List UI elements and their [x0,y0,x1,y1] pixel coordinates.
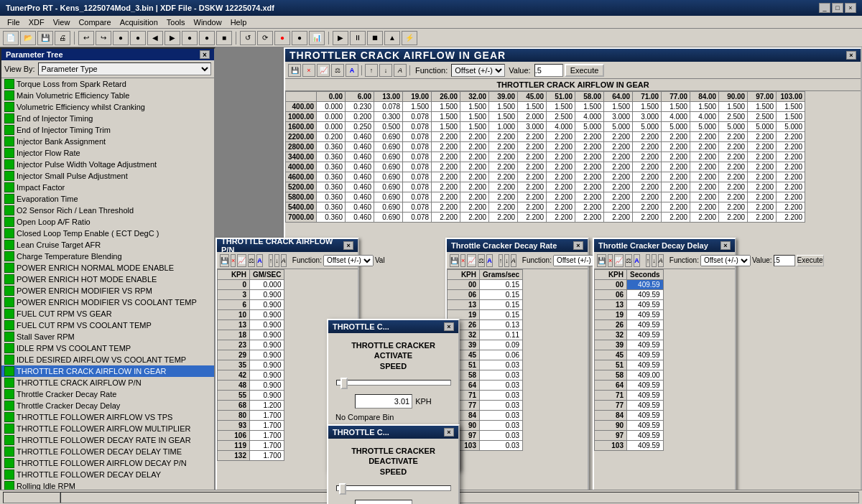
table-cell[interactable]: 1.500 [432,112,460,122]
table-cell[interactable]: 2.200 [460,142,489,152]
dr-row-value[interactable]: 0.15 [480,280,523,290]
dd-row-value[interactable]: 409.59 [627,391,664,401]
table-cell[interactable]: 2.200 [690,132,719,142]
tree-item[interactable]: Throttle Cracker Decay Delay [1,400,214,411]
dd-row-value[interactable]: 409.59 [627,421,664,431]
table-cell[interactable]: 5.000 [575,122,604,132]
tb-btn-6[interactable]: ▶ [164,31,180,45]
tree-item[interactable]: Closed Loop Temp Enable ( ECT DegC ) [1,228,214,239]
title-bar-buttons[interactable]: _ □ × [819,3,856,13]
table-cell[interactable]: 2.200 [748,182,777,192]
table-cell[interactable]: 2.200 [777,152,805,162]
dd-row-value[interactable]: 409.59 [627,401,664,411]
dd-exec-btn[interactable]: Execute [797,255,824,266]
close-button[interactable]: × [845,3,856,13]
dr-save-btn[interactable]: 💾 [450,254,459,267]
tree-item[interactable]: Lean Cruise Target AFR [1,239,214,251]
table-cell[interactable]: 2.200 [719,152,748,162]
table-cell[interactable]: 2.200 [748,213,777,223]
pn-save-btn[interactable]: 💾 [220,254,229,267]
table-row[interactable]: 06409.59 [595,290,664,300]
tree-item[interactable]: POWER ENRICH NORMAL MODE ENABLE [1,262,214,274]
main-up-btn[interactable]: ↑ [365,64,378,77]
table-cell[interactable]: 0.690 [374,182,403,192]
dd-row-value[interactable]: 409.59 [627,290,664,300]
table-cell[interactable]: 2.200 [575,182,604,192]
table-row[interactable]: 64409.59 [595,381,664,391]
dd-row-value[interactable]: 409.59 [627,431,664,441]
table-cell[interactable]: 0.078 [403,162,432,172]
table-cell[interactable]: 2.200 [690,142,719,152]
table-row[interactable]: 5200.000.3600.4600.6900.0782.2002.2002.2… [286,182,805,192]
table-cell[interactable]: 0.200 [346,112,374,122]
dd-func-select[interactable]: Offset (+/-) [700,255,751,266]
pn-row-value[interactable]: 0.900 [250,290,284,300]
table-cell[interactable]: 2.200 [575,162,604,172]
table-cell[interactable]: 2.200 [518,132,547,142]
table-cell[interactable]: 0.460 [346,162,374,172]
dialog2-slider-track[interactable] [336,485,451,491]
table-cell[interactable]: 5.000 [633,122,662,132]
table-row[interactable]: 5400.000.3600.4600.6900.0782.2002.2002.2… [286,202,805,213]
table-cell[interactable]: 2.200 [719,172,748,182]
pn-data-table[interactable]: KPHGM/SEC00.00030.90060.900100.900130.90… [217,269,284,461]
dr-up-btn[interactable]: ↑ [499,254,504,267]
table-cell[interactable]: 0.460 [346,142,374,152]
dr-row-value[interactable]: 0.15 [480,300,523,310]
table-cell[interactable]: 0.360 [317,152,346,162]
table-cell[interactable]: 0.078 [403,182,432,192]
table-cell[interactable]: 2.000 [518,112,547,122]
dd-row-value[interactable]: 409.59 [627,360,664,370]
table-cell[interactable]: 0.230 [346,102,374,112]
table-cell[interactable]: 0.690 [374,142,403,152]
table-cell[interactable]: 1.500 [690,102,719,112]
dr-row-value[interactable]: 0.13 [480,320,523,330]
dr-row-value[interactable]: 0.03 [480,411,523,421]
tb-btn-8[interactable]: ● [199,31,215,45]
table-cell[interactable]: 0.078 [403,122,432,132]
table-row[interactable]: 58409.00 [595,370,664,381]
table-cell[interactable]: 2.500 [719,112,748,122]
tree-item[interactable]: THROTTLE CRACK AIRFLOW P/N [1,377,214,388]
pn-row-value[interactable]: 1.700 [250,421,284,431]
table-cell[interactable]: 2.200 [575,213,604,223]
tree-item[interactable]: O2 Sensor Rich / Lean Threshold [1,205,214,216]
table-row[interactable]: 84409.59 [595,411,664,421]
table-cell[interactable]: 0.000 [317,122,346,132]
main-help-btn[interactable]: ⚖ [331,64,344,77]
tb-btn-13[interactable]: ▲ [384,31,400,45]
table-cell[interactable]: 2.200 [604,152,633,162]
table-row[interactable]: 350.900 [218,360,284,370]
pn-A-btn[interactable]: A [256,254,263,267]
menu-compare[interactable]: Compare [74,17,115,27]
table-cell[interactable]: 2.200 [547,182,575,192]
tree-item[interactable]: THROTTLER CRACK AIRFLOW IN GEAR [1,365,214,377]
dialog2-slider-container[interactable] [336,481,451,495]
tree-item[interactable]: Impact Factor [1,182,214,193]
table-row[interactable]: 3400.000.3600.4600.6900.0782.2002.2002.2… [286,152,805,162]
table-row[interactable]: 400.000.0000.2300.0781.5001.5001.5001.50… [286,102,805,112]
table-cell[interactable]: 1.500 [518,102,547,112]
table-cell[interactable]: 0.078 [403,192,432,202]
dr-chart-btn[interactable]: 📈 [467,254,476,267]
dr-row-value[interactable]: 0.03 [480,431,523,441]
table-cell[interactable]: 0.200 [317,132,346,142]
dr-down-btn[interactable]: ↓ [504,254,509,267]
table-cell[interactable]: 2.200 [575,152,604,162]
table-cell[interactable]: 4.000 [690,112,719,122]
table-cell[interactable]: 4.000 [547,122,575,132]
table-cell[interactable]: 2.200 [662,182,690,192]
dialog2-slider-thumb[interactable] [339,483,346,495]
dr-row-value[interactable]: 0.03 [480,421,523,431]
table-row[interactable]: 2200.000.2000.4600.6900.0782.2002.2002.2… [286,132,805,142]
table-row[interactable]: 4000.000.3600.4600.6900.0782.2002.2002.2… [286,162,805,172]
table-cell[interactable]: 0.300 [374,112,403,122]
tree-item[interactable]: Main Volumetric Efficiency Table [1,90,214,101]
view-by-select[interactable]: Parameter Type [38,62,211,75]
table-cell[interactable]: 2.200 [604,132,633,142]
table-cell[interactable]: 3.000 [518,122,547,132]
table-row[interactable]: 000.15 [448,280,523,290]
dd-row-value[interactable]: 409.59 [627,300,664,310]
table-row[interactable]: 1061.700 [218,431,284,441]
table-row[interactable]: 100.900 [218,310,284,320]
